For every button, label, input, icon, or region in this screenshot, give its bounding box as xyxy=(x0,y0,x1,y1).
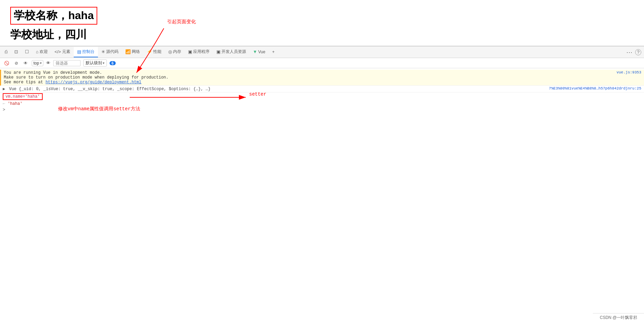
console-icon: ▤ xyxy=(77,49,81,54)
school-name: 学校名称，haha xyxy=(10,7,97,25)
devtools-actions: ⋯ ? xyxy=(626,48,643,56)
tab-capture-screenshot[interactable]: ⎙ xyxy=(1,47,11,57)
elements-icon: </> xyxy=(55,49,61,54)
console-error-badge: 6 xyxy=(110,61,116,65)
context-selector[interactable]: top ▾ xyxy=(32,60,43,66)
log-level-selector[interactable]: 默认级别 ▾ xyxy=(83,59,107,67)
vue-obj-source[interactable]: 7%E3%80%81vue%E4%B8%8…h57p6h842drdjnru:2… xyxy=(549,86,641,90)
tab-add[interactable]: + xyxy=(269,47,278,57)
tab-inspect[interactable]: ⊡ xyxy=(11,47,22,57)
tab-console-label: 控制台 xyxy=(82,49,95,55)
tab-performance[interactable]: ⚡ 性能 xyxy=(143,47,165,57)
vm-name-input-box[interactable]: vm.name='haha' xyxy=(3,93,43,100)
vue-obj-expand[interactable]: ▶ xyxy=(3,87,5,92)
vue-obj-content: ▶ Vue {_uid: 0, _isVue: true, __v_skip: … xyxy=(3,86,546,92)
vue-icon: ▼ xyxy=(253,49,257,54)
tab-application[interactable]: ▣ 应用程序 xyxy=(185,47,213,57)
devtools-panel: ⎙ ⊡ ☐ ⌂ 欢迎 </> 元素 ▤ 控制台 ✳ 源代码 xyxy=(0,46,644,205)
tab-memory[interactable]: ◎ 内存 xyxy=(165,47,185,57)
more-options-btn[interactable]: ⋯ xyxy=(626,48,632,56)
log-level-dropdown-icon: ▾ xyxy=(103,61,104,65)
tab-network-label: 网络 xyxy=(132,49,140,55)
expand-arrow-icon[interactable]: > xyxy=(3,108,5,112)
tab-application-label: 应用程序 xyxy=(193,49,210,55)
application-icon: ▣ xyxy=(188,49,192,54)
log-level-label: 默认级别 xyxy=(86,60,102,66)
camera-icon: ⎙ xyxy=(5,49,8,54)
tab-sources[interactable]: ✳ 源代码 xyxy=(98,47,122,57)
vue-obj-text: Vue {_uid: 0, _isVue: true, __v_skip: tr… xyxy=(9,87,211,92)
tab-welcome[interactable]: ⌂ 欢迎 xyxy=(32,47,51,57)
devtools-tab-bar: ⎙ ⊡ ☐ ⌂ 欢迎 </> 元素 ▤ 控制台 ✳ 源代码 xyxy=(0,46,644,58)
tab-vue-label: Vue xyxy=(258,50,266,54)
console-eye-btn[interactable]: 👁 xyxy=(22,60,29,66)
tab-sources-label: 源代码 xyxy=(106,49,118,55)
context-dropdown-icon: ▾ xyxy=(40,61,42,65)
network-icon: 📶 xyxy=(125,49,131,54)
tab-device-mode[interactable]: ☐ xyxy=(22,47,32,57)
tab-devresources[interactable]: ▣ 开发人员资源 xyxy=(213,47,249,57)
performance-icon: ⚡ xyxy=(147,49,152,54)
vue-warning-line3: See more tips at xyxy=(4,80,45,85)
tab-memory-label: 内存 xyxy=(173,49,181,55)
console-filter-input[interactable] xyxy=(53,60,81,66)
console-expand-line: > xyxy=(0,107,644,113)
console-vue-obj-line: ▶ Vue {_uid: 0, _isVue: true, __v_skip: … xyxy=(0,86,644,93)
vue-warning-line2: Make sure to turn on production mode whe… xyxy=(4,75,168,80)
bottom-bar: CSDN @一叶飘零邪 xyxy=(593,313,644,322)
console-result-arrow: ← xyxy=(3,101,5,106)
tab-devresources-label: 开发人员资源 xyxy=(221,49,246,55)
console-vue-warning: You are running Vue in development mode.… xyxy=(0,70,644,86)
console-eye2-btn[interactable]: 👁 xyxy=(46,60,51,66)
tab-elements[interactable]: </> 元素 xyxy=(51,47,74,57)
home-icon: ⌂ xyxy=(36,49,39,54)
tab-welcome-label: 欢迎 xyxy=(40,49,48,55)
console-output: You are running Vue in development mode.… xyxy=(0,68,644,205)
console-clear-btn[interactable]: 🚫 xyxy=(3,60,11,66)
console-toolbar: 🚫 ⊘ 👁 top ▾ 👁 默认级别 ▾ 6 xyxy=(0,58,644,68)
school-address: 学校地址，四川 xyxy=(10,27,634,42)
tab-network[interactable]: 📶 网络 xyxy=(122,47,143,57)
tab-elements-label: 元素 xyxy=(62,49,70,55)
add-tab-icon: + xyxy=(272,50,274,54)
vue-warning-line1: You are running Vue in development mode. xyxy=(4,70,102,75)
inspect-icon: ⊡ xyxy=(14,49,18,54)
bottom-bar-label: CSDN @一叶飘零邪 xyxy=(600,315,637,320)
sources-icon: ✳ xyxy=(101,49,105,54)
tab-vue[interactable]: ▼ Vue xyxy=(249,47,269,57)
vue-warning-source[interactable]: vue.js:9353 xyxy=(616,70,641,74)
console-result-line: ← 'haha' xyxy=(0,101,644,107)
device-icon: ☐ xyxy=(25,49,29,54)
tab-console[interactable]: ▤ 控制台 xyxy=(74,47,98,57)
vue-warning-link[interactable]: https://vuejs.org/guide/deployment.html xyxy=(45,80,141,85)
memory-icon: ◎ xyxy=(168,49,172,54)
console-result-value: 'haha' xyxy=(8,101,22,106)
tab-performance-label: 性能 xyxy=(153,49,161,55)
devresources-icon: ▣ xyxy=(216,49,220,54)
help-btn[interactable]: ? xyxy=(635,49,641,55)
vm-name-input-line: vm.name='haha' xyxy=(0,93,644,101)
console-block-btn[interactable]: ⊘ xyxy=(13,60,19,66)
vue-warning-content: You are running Vue in development mode.… xyxy=(4,70,614,85)
context-label: top xyxy=(33,61,39,66)
